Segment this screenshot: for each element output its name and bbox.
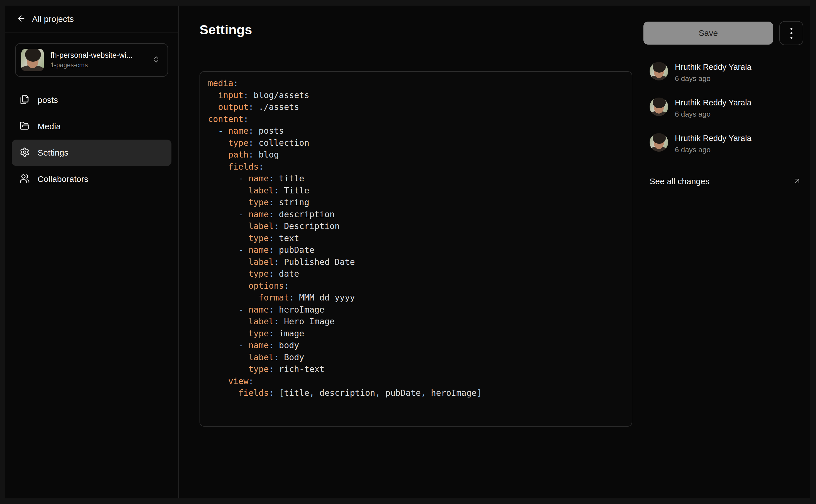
change-author: Hruthik Reddy Yarala xyxy=(675,134,752,143)
arrow-up-right-icon xyxy=(793,177,801,186)
code-line: - name: heroImage xyxy=(208,304,624,316)
change-author: Hruthik Reddy Yarala xyxy=(675,63,752,72)
app-window: All projects fh-personal-website-wi... 1… xyxy=(5,6,810,498)
sidebar-item-label: Collaborators xyxy=(38,174,88,184)
code-line: type: string xyxy=(208,196,624,209)
code-line: - name: pubDate xyxy=(208,244,624,256)
code-line: label: Title xyxy=(208,185,624,197)
code-line: type: collection xyxy=(208,137,624,149)
project-name: fh-personal-website-wi... xyxy=(50,51,146,60)
code-line: - name: title xyxy=(208,173,624,185)
sidebar-item-label: Settings xyxy=(38,148,68,158)
gear-icon xyxy=(20,147,30,158)
all-projects-back-link[interactable]: All projects xyxy=(5,6,178,33)
sidebar-item-label: posts xyxy=(38,95,58,105)
code-line: input: blog/assets xyxy=(208,89,624,101)
avatar xyxy=(650,133,668,152)
change-timestamp: 6 days ago xyxy=(675,74,752,83)
arrow-left-icon xyxy=(17,14,26,24)
sidebar-item-collaborators[interactable]: Collaborators xyxy=(12,166,171,192)
code-line: - name: description xyxy=(208,209,624,221)
code-line: path: blog xyxy=(208,149,624,161)
code-line: type: text xyxy=(208,232,624,244)
chevrons-up-down-icon xyxy=(152,56,160,64)
see-all-changes-label: See all changes xyxy=(650,177,710,186)
code-line: options: xyxy=(208,280,624,292)
yaml-config-editor[interactable]: media: input: blog/assets output: ./asse… xyxy=(199,71,632,427)
change-entry: Hruthik Reddy Yarala 6 days ago xyxy=(650,98,803,119)
header-actions: Save xyxy=(644,21,803,45)
code-line: output: ./assets xyxy=(208,101,624,113)
folder-open-icon xyxy=(20,121,30,132)
code-line: format: MMM dd yyyy xyxy=(208,292,624,304)
sidebar-item-media[interactable]: Media xyxy=(12,113,171,140)
more-options-button[interactable] xyxy=(779,21,803,45)
page-title: Settings xyxy=(199,22,644,37)
sidebar: All projects fh-personal-website-wi... 1… xyxy=(5,6,179,498)
see-all-changes-link[interactable]: See all changes xyxy=(650,177,803,186)
code-line: - name: posts xyxy=(208,125,624,137)
project-repo: 1-pages-cms xyxy=(50,61,146,69)
code-line: media: xyxy=(208,77,624,89)
sidebar-item-settings[interactable]: Settings xyxy=(12,140,171,166)
code-line: - name: body xyxy=(208,339,624,352)
code-line: label: Hero Image xyxy=(208,316,624,328)
code-line: label: Body xyxy=(208,352,624,364)
code-line: fields: xyxy=(208,161,624,173)
code-line: fields: [title, description, pubDate, he… xyxy=(208,387,624,399)
code-line: view: xyxy=(208,375,624,387)
all-projects-label: All projects xyxy=(32,14,74,24)
change-timestamp: 6 days ago xyxy=(675,110,752,119)
code-line: type: date xyxy=(208,268,624,280)
avatar xyxy=(650,98,668,116)
yaml-editor-content[interactable]: media: input: blog/assets output: ./asse… xyxy=(208,77,624,399)
recent-changes-list: Hruthik Reddy Yarala 6 days ago Hruthik … xyxy=(644,62,803,186)
project-avatar xyxy=(21,49,44,71)
users-icon xyxy=(20,174,30,185)
save-button[interactable]: Save xyxy=(644,22,773,45)
right-panel: Save Hruthik Reddy Yarala 6 days ago Hru… xyxy=(644,6,803,498)
code-line: content: xyxy=(208,113,624,125)
files-icon xyxy=(20,94,30,106)
code-line: label: Published Date xyxy=(208,256,624,268)
change-entry: Hruthik Reddy Yarala 6 days ago xyxy=(650,133,803,154)
main-content: Settings media: input: blog/assets outpu… xyxy=(179,6,644,498)
change-timestamp: 6 days ago xyxy=(675,145,752,154)
code-line: type: rich-text xyxy=(208,363,624,375)
code-line: type: image xyxy=(208,328,624,340)
kebab-menu-icon xyxy=(790,28,792,39)
change-entry: Hruthik Reddy Yarala 6 days ago xyxy=(650,62,803,83)
sidebar-item-posts[interactable]: posts xyxy=(12,87,171,113)
project-selector[interactable]: fh-personal-website-wi... 1-pages-cms xyxy=(15,43,168,77)
sidebar-nav: posts Media Settings xyxy=(12,87,171,192)
code-line: label: Description xyxy=(208,220,624,232)
sidebar-item-label: Media xyxy=(38,122,61,131)
change-author: Hruthik Reddy Yarala xyxy=(675,98,752,107)
avatar xyxy=(650,62,668,80)
